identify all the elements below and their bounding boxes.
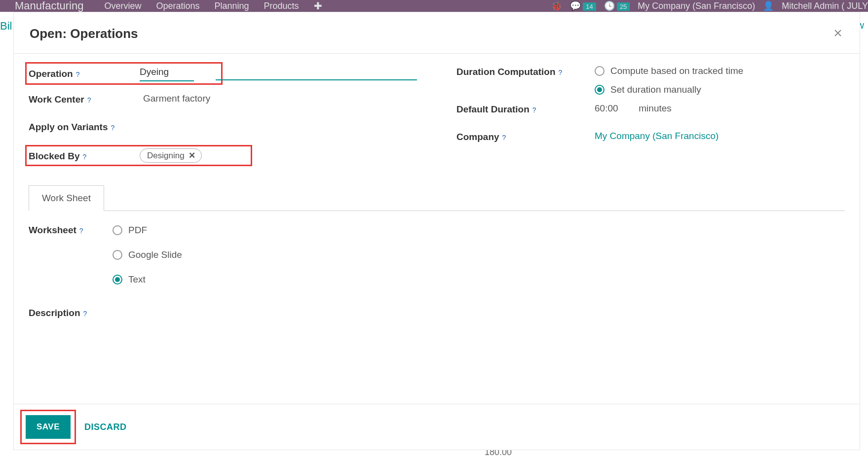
save-button[interactable]: SAVE bbox=[26, 415, 71, 439]
help-icon[interactable]: ? bbox=[559, 69, 563, 76]
default-duration-unit: minutes bbox=[639, 103, 672, 113]
help-icon[interactable]: ? bbox=[87, 96, 91, 104]
bug-icon[interactable]: 🐞 bbox=[551, 0, 562, 11]
top-navbar: Manufacturing Overview Operations Planni… bbox=[0, 0, 868, 12]
radio-label: Compute based on tracked time bbox=[610, 66, 743, 76]
nav-brand[interactable]: Manufacturing bbox=[15, 0, 83, 12]
help-icon[interactable]: ? bbox=[76, 71, 80, 78]
duration-opt-manual[interactable]: Set duration manually bbox=[595, 84, 845, 95]
work-center-label: Work Center bbox=[29, 94, 84, 105]
radio-icon bbox=[595, 85, 604, 95]
radio-icon bbox=[113, 250, 122, 260]
company-label: Company bbox=[456, 132, 499, 142]
worksheet-opt-slide[interactable]: Google Slide bbox=[113, 249, 182, 260]
blocked-by-tag[interactable]: Designing ✕ bbox=[140, 148, 202, 163]
nav-overview[interactable]: Overview bbox=[104, 1, 141, 11]
operation-input[interactable] bbox=[140, 66, 194, 81]
radio-label: Google Slide bbox=[128, 249, 182, 260]
dialog-header: Open: Operations bbox=[14, 12, 860, 54]
avatar-icon[interactable]: 👤 bbox=[763, 0, 774, 11]
blocked-by-label: Blocked By bbox=[29, 151, 79, 162]
radio-label: PDF bbox=[128, 225, 147, 236]
discard-button[interactable]: DISCARD bbox=[84, 422, 127, 432]
radio-icon bbox=[113, 275, 122, 284]
nav-user[interactable]: Mitchell Admin ( JULY bbox=[782, 1, 868, 11]
help-icon[interactable]: ? bbox=[82, 153, 86, 161]
work-center-value[interactable]: Garment factory bbox=[143, 93, 417, 104]
company-value[interactable]: My Company (San Francisco) bbox=[595, 131, 845, 142]
help-icon[interactable]: ? bbox=[83, 310, 87, 318]
nav-company[interactable]: My Company (San Francisco) bbox=[638, 1, 755, 11]
variants-label: Apply on Variants bbox=[29, 122, 108, 133]
clock-icon[interactable]: 🕓25 bbox=[604, 0, 630, 11]
dialog-footer: SAVE DISCARD bbox=[14, 404, 860, 450]
dialog-body: Operation ? Work Center ? Garment factor… bbox=[14, 54, 860, 404]
tab-work-sheet[interactable]: Work Sheet bbox=[29, 185, 104, 211]
help-icon[interactable]: ? bbox=[111, 124, 114, 132]
tag-label: Designing bbox=[147, 151, 185, 161]
description-label: Description bbox=[29, 308, 80, 318]
plus-icon[interactable]: ✚ bbox=[314, 0, 322, 12]
worksheet-label: Worksheet bbox=[29, 225, 76, 236]
duration-computation-label: Duration Computation bbox=[456, 67, 556, 77]
messages-badge: 14 bbox=[583, 2, 596, 11]
nav-operations[interactable]: Operations bbox=[156, 1, 199, 11]
default-duration-label: Default Duration bbox=[456, 104, 529, 115]
operation-label: Operation bbox=[29, 69, 73, 79]
radio-label: Text bbox=[128, 274, 146, 285]
close-icon[interactable] bbox=[832, 27, 844, 41]
worksheet-opt-text[interactable]: Text bbox=[113, 274, 182, 285]
bg-breadcrumb-left: Bil bbox=[0, 20, 12, 33]
worksheet-opt-pdf[interactable]: PDF bbox=[113, 225, 182, 236]
tag-remove-icon[interactable]: ✕ bbox=[189, 150, 195, 161]
help-icon[interactable]: ? bbox=[532, 106, 536, 114]
duration-opt-tracked[interactable]: Compute based on tracked time bbox=[595, 66, 845, 76]
radio-icon bbox=[595, 66, 604, 76]
radio-label: Set duration manually bbox=[610, 84, 701, 95]
clock-badge: 25 bbox=[617, 2, 630, 11]
nav-products[interactable]: Products bbox=[264, 1, 299, 11]
help-icon[interactable]: ? bbox=[79, 227, 83, 235]
dialog-title: Open: Operations bbox=[30, 26, 138, 41]
tab-bar: Work Sheet bbox=[29, 185, 845, 211]
help-icon[interactable]: ? bbox=[502, 134, 506, 142]
messages-icon[interactable]: 💬14 bbox=[570, 0, 596, 11]
operations-dialog: Open: Operations Operation ? bbox=[13, 12, 860, 450]
radio-icon bbox=[113, 225, 122, 235]
nav-planning[interactable]: Planning bbox=[215, 1, 249, 11]
default-duration-value[interactable]: 60:00 bbox=[595, 103, 624, 114]
